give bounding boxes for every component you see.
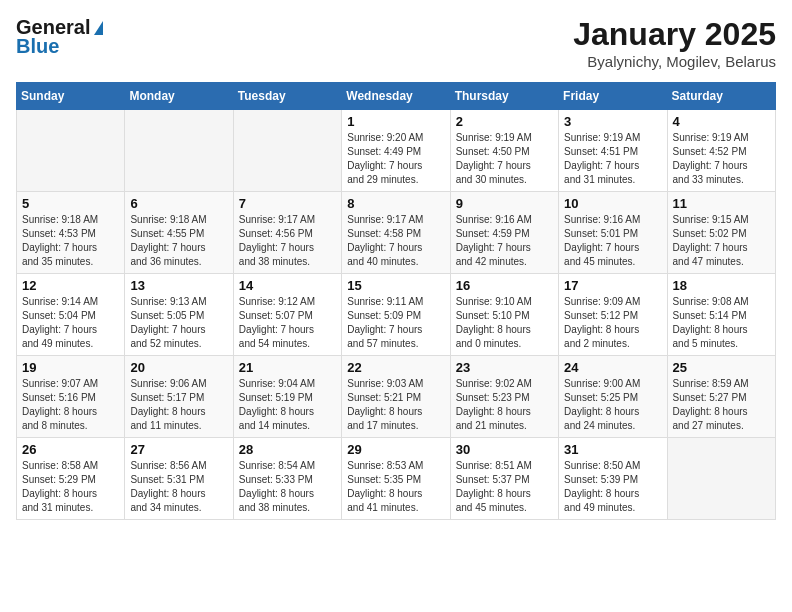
calendar-cell: 25Sunrise: 8:59 AM Sunset: 5:27 PM Dayli… — [667, 356, 775, 438]
cell-day-number: 1 — [347, 114, 444, 129]
calendar-cell: 5Sunrise: 9:18 AM Sunset: 4:53 PM Daylig… — [17, 192, 125, 274]
cell-day-number: 12 — [22, 278, 119, 293]
cell-day-number: 6 — [130, 196, 227, 211]
weekday-header-tuesday: Tuesday — [233, 83, 341, 110]
calendar-cell: 6Sunrise: 9:18 AM Sunset: 4:55 PM Daylig… — [125, 192, 233, 274]
cell-info-text: Sunrise: 9:19 AM Sunset: 4:52 PM Dayligh… — [673, 131, 770, 187]
cell-day-number: 16 — [456, 278, 553, 293]
cell-info-text: Sunrise: 8:53 AM Sunset: 5:35 PM Dayligh… — [347, 459, 444, 515]
calendar-cell: 14Sunrise: 9:12 AM Sunset: 5:07 PM Dayli… — [233, 274, 341, 356]
cell-info-text: Sunrise: 8:51 AM Sunset: 5:37 PM Dayligh… — [456, 459, 553, 515]
cell-info-text: Sunrise: 9:16 AM Sunset: 5:01 PM Dayligh… — [564, 213, 661, 269]
cell-info-text: Sunrise: 8:56 AM Sunset: 5:31 PM Dayligh… — [130, 459, 227, 515]
calendar-cell: 8Sunrise: 9:17 AM Sunset: 4:58 PM Daylig… — [342, 192, 450, 274]
cell-day-number: 18 — [673, 278, 770, 293]
cell-info-text: Sunrise: 8:50 AM Sunset: 5:39 PM Dayligh… — [564, 459, 661, 515]
cell-day-number: 27 — [130, 442, 227, 457]
calendar-cell: 15Sunrise: 9:11 AM Sunset: 5:09 PM Dayli… — [342, 274, 450, 356]
cell-day-number: 29 — [347, 442, 444, 457]
cell-day-number: 30 — [456, 442, 553, 457]
calendar-cell: 29Sunrise: 8:53 AM Sunset: 5:35 PM Dayli… — [342, 438, 450, 520]
calendar-cell: 1Sunrise: 9:20 AM Sunset: 4:49 PM Daylig… — [342, 110, 450, 192]
calendar-cell: 23Sunrise: 9:02 AM Sunset: 5:23 PM Dayli… — [450, 356, 558, 438]
cell-day-number: 22 — [347, 360, 444, 375]
calendar-cell: 20Sunrise: 9:06 AM Sunset: 5:17 PM Dayli… — [125, 356, 233, 438]
cell-day-number: 8 — [347, 196, 444, 211]
cell-day-number: 5 — [22, 196, 119, 211]
cell-day-number: 26 — [22, 442, 119, 457]
calendar-cell: 26Sunrise: 8:58 AM Sunset: 5:29 PM Dayli… — [17, 438, 125, 520]
cell-day-number: 20 — [130, 360, 227, 375]
cell-info-text: Sunrise: 9:07 AM Sunset: 5:16 PM Dayligh… — [22, 377, 119, 433]
cell-info-text: Sunrise: 9:18 AM Sunset: 4:53 PM Dayligh… — [22, 213, 119, 269]
calendar-cell: 28Sunrise: 8:54 AM Sunset: 5:33 PM Dayli… — [233, 438, 341, 520]
cell-info-text: Sunrise: 8:54 AM Sunset: 5:33 PM Dayligh… — [239, 459, 336, 515]
calendar-cell: 11Sunrise: 9:15 AM Sunset: 5:02 PM Dayli… — [667, 192, 775, 274]
calendar-cell: 27Sunrise: 8:56 AM Sunset: 5:31 PM Dayli… — [125, 438, 233, 520]
calendar-cell — [233, 110, 341, 192]
weekday-header-friday: Friday — [559, 83, 667, 110]
cell-info-text: Sunrise: 9:17 AM Sunset: 4:58 PM Dayligh… — [347, 213, 444, 269]
calendar-cell — [125, 110, 233, 192]
cell-day-number: 28 — [239, 442, 336, 457]
cell-day-number: 21 — [239, 360, 336, 375]
calendar-cell: 18Sunrise: 9:08 AM Sunset: 5:14 PM Dayli… — [667, 274, 775, 356]
weekday-header-saturday: Saturday — [667, 83, 775, 110]
calendar-cell: 9Sunrise: 9:16 AM Sunset: 4:59 PM Daylig… — [450, 192, 558, 274]
cell-info-text: Sunrise: 9:04 AM Sunset: 5:19 PM Dayligh… — [239, 377, 336, 433]
cell-day-number: 11 — [673, 196, 770, 211]
calendar-table: SundayMondayTuesdayWednesdayThursdayFrid… — [16, 82, 776, 520]
cell-info-text: Sunrise: 9:03 AM Sunset: 5:21 PM Dayligh… — [347, 377, 444, 433]
calendar-cell: 7Sunrise: 9:17 AM Sunset: 4:56 PM Daylig… — [233, 192, 341, 274]
calendar-cell: 3Sunrise: 9:19 AM Sunset: 4:51 PM Daylig… — [559, 110, 667, 192]
logo-blue-text: Blue — [16, 35, 59, 58]
cell-info-text: Sunrise: 9:11 AM Sunset: 5:09 PM Dayligh… — [347, 295, 444, 351]
cell-info-text: Sunrise: 9:20 AM Sunset: 4:49 PM Dayligh… — [347, 131, 444, 187]
calendar-cell: 22Sunrise: 9:03 AM Sunset: 5:21 PM Dayli… — [342, 356, 450, 438]
location-title: Byalynichy, Mogilev, Belarus — [573, 53, 776, 70]
cell-day-number: 7 — [239, 196, 336, 211]
calendar-cell: 12Sunrise: 9:14 AM Sunset: 5:04 PM Dayli… — [17, 274, 125, 356]
cell-info-text: Sunrise: 9:06 AM Sunset: 5:17 PM Dayligh… — [130, 377, 227, 433]
month-title: January 2025 — [573, 16, 776, 53]
cell-info-text: Sunrise: 9:15 AM Sunset: 5:02 PM Dayligh… — [673, 213, 770, 269]
cell-info-text: Sunrise: 8:58 AM Sunset: 5:29 PM Dayligh… — [22, 459, 119, 515]
calendar-cell: 31Sunrise: 8:50 AM Sunset: 5:39 PM Dayli… — [559, 438, 667, 520]
cell-info-text: Sunrise: 9:16 AM Sunset: 4:59 PM Dayligh… — [456, 213, 553, 269]
calendar-cell: 30Sunrise: 8:51 AM Sunset: 5:37 PM Dayli… — [450, 438, 558, 520]
logo-triangle-icon — [94, 21, 103, 35]
cell-day-number: 17 — [564, 278, 661, 293]
logo: General Blue — [16, 16, 103, 58]
weekday-header-monday: Monday — [125, 83, 233, 110]
calendar-cell: 16Sunrise: 9:10 AM Sunset: 5:10 PM Dayli… — [450, 274, 558, 356]
cell-info-text: Sunrise: 9:19 AM Sunset: 4:50 PM Dayligh… — [456, 131, 553, 187]
calendar-cell: 19Sunrise: 9:07 AM Sunset: 5:16 PM Dayli… — [17, 356, 125, 438]
cell-info-text: Sunrise: 9:09 AM Sunset: 5:12 PM Dayligh… — [564, 295, 661, 351]
title-block: January 2025 Byalynichy, Mogilev, Belaru… — [573, 16, 776, 70]
cell-info-text: Sunrise: 9:19 AM Sunset: 4:51 PM Dayligh… — [564, 131, 661, 187]
cell-day-number: 15 — [347, 278, 444, 293]
cell-day-number: 13 — [130, 278, 227, 293]
cell-day-number: 10 — [564, 196, 661, 211]
weekday-header-row: SundayMondayTuesdayWednesdayThursdayFrid… — [17, 83, 776, 110]
weekday-header-sunday: Sunday — [17, 83, 125, 110]
cell-info-text: Sunrise: 9:10 AM Sunset: 5:10 PM Dayligh… — [456, 295, 553, 351]
cell-info-text: Sunrise: 9:02 AM Sunset: 5:23 PM Dayligh… — [456, 377, 553, 433]
weekday-header-wednesday: Wednesday — [342, 83, 450, 110]
cell-info-text: Sunrise: 9:12 AM Sunset: 5:07 PM Dayligh… — [239, 295, 336, 351]
cell-day-number: 24 — [564, 360, 661, 375]
cell-info-text: Sunrise: 8:59 AM Sunset: 5:27 PM Dayligh… — [673, 377, 770, 433]
cell-day-number: 2 — [456, 114, 553, 129]
calendar-week-row: 1Sunrise: 9:20 AM Sunset: 4:49 PM Daylig… — [17, 110, 776, 192]
calendar-cell: 17Sunrise: 9:09 AM Sunset: 5:12 PM Dayli… — [559, 274, 667, 356]
calendar-cell: 4Sunrise: 9:19 AM Sunset: 4:52 PM Daylig… — [667, 110, 775, 192]
cell-day-number: 23 — [456, 360, 553, 375]
calendar-cell: 10Sunrise: 9:16 AM Sunset: 5:01 PM Dayli… — [559, 192, 667, 274]
calendar-week-row: 19Sunrise: 9:07 AM Sunset: 5:16 PM Dayli… — [17, 356, 776, 438]
cell-info-text: Sunrise: 9:13 AM Sunset: 5:05 PM Dayligh… — [130, 295, 227, 351]
cell-info-text: Sunrise: 9:08 AM Sunset: 5:14 PM Dayligh… — [673, 295, 770, 351]
weekday-header-thursday: Thursday — [450, 83, 558, 110]
cell-day-number: 9 — [456, 196, 553, 211]
calendar-cell — [17, 110, 125, 192]
cell-info-text: Sunrise: 9:17 AM Sunset: 4:56 PM Dayligh… — [239, 213, 336, 269]
